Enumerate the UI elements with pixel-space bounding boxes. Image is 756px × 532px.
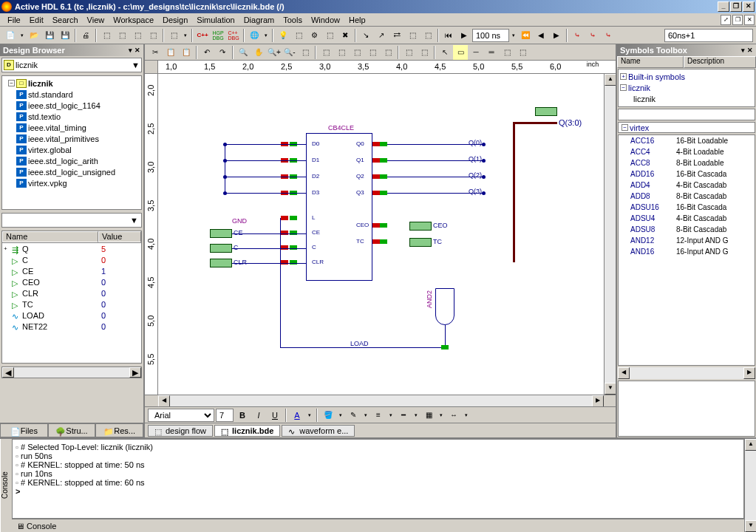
- restore-button[interactable]: ❐: [730, 1, 742, 12]
- menu-diagram[interactable]: Diagram: [239, 15, 279, 25]
- d3-button[interactable]: ⬚: [350, 45, 364, 60]
- tbx1-button[interactable]: ⬚: [291, 28, 306, 43]
- hatch-button[interactable]: ▦: [421, 408, 436, 423]
- console-tab-button[interactable]: 🖥 Console: [12, 522, 61, 531]
- symbol-item-ACC8[interactable]: ACC88-Bit Loadable: [619, 157, 755, 168]
- stepfwd-button[interactable]: ▶: [549, 28, 564, 43]
- port-out-q-bus[interactable]: [535, 107, 557, 116]
- d7-button[interactable]: ⬚: [417, 45, 432, 60]
- canvas-vscroll[interactable]: ▲▼: [604, 74, 616, 395]
- select-button[interactable]: ↖: [437, 45, 452, 60]
- d1-button[interactable]: ⬚: [319, 45, 333, 60]
- signal-row-C[interactable]: ▷C0: [2, 254, 141, 265]
- open-button[interactable]: 📂: [27, 28, 41, 43]
- console-side-tab[interactable]: Console: [0, 439, 12, 532]
- port-out-TC[interactable]: [409, 238, 432, 247]
- stepback-button[interactable]: ◀: [534, 28, 548, 43]
- console-output[interactable]: # Selected Top-Level: licznik (licznik)r…: [12, 439, 744, 519]
- tb-c-button[interactable]: ⬚: [130, 28, 145, 43]
- line-style-button[interactable]: ━: [396, 408, 411, 423]
- symbol-item-ACC16[interactable]: ACC1616-Bit Loadable: [619, 135, 755, 146]
- signal-row-CLR[interactable]: ▷CLR0: [2, 287, 141, 299]
- paste-button[interactable]: 📋: [179, 45, 194, 60]
- menu-view[interactable]: View: [83, 15, 109, 25]
- design-combo[interactable]: D licznik ▼: [1, 58, 142, 72]
- rewind-button[interactable]: ⏪: [518, 28, 533, 43]
- signal-row-CE[interactable]: ▷CE1: [2, 265, 141, 276]
- print-button[interactable]: 🖨: [78, 28, 93, 43]
- menu-simulation[interactable]: Simulation: [192, 15, 239, 25]
- block-drop[interactable]: ▾: [182, 28, 189, 43]
- symbols-filter-input[interactable]: [618, 109, 755, 120]
- menu-edit[interactable]: Edit: [25, 15, 48, 25]
- bulb-button[interactable]: 💡: [276, 28, 290, 43]
- tree-item-ieee-vital_primitives[interactable]: Pieee.vital_primitives: [4, 133, 140, 144]
- d9-button[interactable]: ⬚: [515, 45, 530, 60]
- tree-item-virtex-vpkg[interactable]: Pvirtex.vpkg: [4, 177, 140, 188]
- sym-filter-item[interactable]: licznik: [620, 93, 753, 104]
- zoomin-button[interactable]: 🔍+: [267, 45, 282, 60]
- trace1-button[interactable]: ⤷: [570, 28, 585, 43]
- dbg2-button[interactable]: C++DBG: [226, 28, 241, 43]
- tab-waveform[interactable]: ∿waveform e...: [282, 425, 355, 437]
- sim4-button[interactable]: ⬚: [405, 28, 420, 43]
- tab-resources[interactable]: 📁Res...: [95, 423, 143, 437]
- mdi-restore-icon[interactable]: ❐: [732, 15, 743, 25]
- tree-item-ieee-vital_timing[interactable]: Pieee.vital_timing: [4, 122, 140, 133]
- run-button[interactable]: ▶: [457, 28, 471, 43]
- tree-item-std-standard[interactable]: Pstd.standard: [4, 89, 140, 100]
- symbols-hscroll[interactable]: ◀▶: [618, 367, 755, 379]
- pan-button[interactable]: ✋: [251, 45, 266, 60]
- tbx4-button[interactable]: ✖: [338, 28, 353, 43]
- dbg1-button[interactable]: HGPDBG: [211, 28, 225, 43]
- save-button[interactable]: 💾: [42, 28, 57, 43]
- tb-a-button[interactable]: ⬚: [99, 28, 114, 43]
- tb-b-button[interactable]: ⬚: [115, 28, 129, 43]
- globe-button[interactable]: 🌐: [247, 28, 262, 43]
- symbols-tree[interactable]: +Built-in symbols −licznik licznik: [618, 69, 755, 107]
- sim1-button[interactable]: ↘: [358, 28, 373, 43]
- sim2-button[interactable]: ↗: [374, 28, 389, 43]
- symbol-item-ADSU8[interactable]: ADSU88-Bit Cascadab: [619, 224, 755, 235]
- copy-button[interactable]: 📋: [163, 45, 178, 60]
- underline-button[interactable]: U: [268, 408, 282, 423]
- zfit-button[interactable]: ⬚: [298, 45, 313, 60]
- rect-button[interactable]: ▭: [453, 45, 468, 60]
- d2-button[interactable]: ⬚: [334, 45, 349, 60]
- signal-combo[interactable]: ▼: [1, 213, 142, 228]
- bus-button[interactable]: ═: [484, 45, 499, 60]
- sim5-button[interactable]: ⬚: [420, 28, 435, 43]
- redo-button[interactable]: ↷: [215, 45, 230, 60]
- font-size-input[interactable]: [216, 409, 234, 422]
- signal-row-Q[interactable]: +⇶Q5: [2, 243, 141, 254]
- left-hscroll[interactable]: ◀▶: [1, 366, 142, 378]
- tab-structure[interactable]: 🌳Stru...: [48, 423, 96, 437]
- globe-drop[interactable]: ▾: [262, 28, 270, 43]
- symbol-item-ADD8[interactable]: ADD88-Bit Cascadab: [619, 191, 755, 202]
- d8-button[interactable]: ⬚: [500, 45, 514, 60]
- line-color-button[interactable]: ✎: [346, 408, 361, 423]
- time-input[interactable]: [472, 29, 509, 42]
- italic-button[interactable]: I: [251, 408, 266, 423]
- panel-close-icon[interactable]: ▾ ✕: [741, 47, 753, 54]
- arrow-button[interactable]: ↔: [446, 408, 461, 423]
- saveall-button[interactable]: 💾: [58, 28, 72, 43]
- port-in-C[interactable]: [210, 244, 232, 253]
- block-cat-button[interactable]: ⬚: [166, 28, 181, 43]
- symbol-item-AND16[interactable]: AND1616-Input AND G: [619, 246, 755, 257]
- tbx3-button[interactable]: ⬚: [322, 28, 337, 43]
- font-color-button[interactable]: A: [290, 408, 304, 423]
- canvas-hscroll[interactable]: ◀▶: [145, 395, 616, 406]
- sym-cat-virtex[interactable]: −virtex: [618, 122, 755, 133]
- zoom-button[interactable]: 🔍: [236, 45, 251, 60]
- console-vscroll[interactable]: ▲▼: [744, 439, 756, 532]
- tab-licznik-bde[interactable]: ⬚licznik.bde: [214, 425, 280, 437]
- signal-row-TC[interactable]: ▷TC0: [2, 299, 141, 310]
- symbol-item-ADSU16[interactable]: ADSU1616-Bit Cascada: [619, 202, 755, 213]
- symbol-item-ACC4[interactable]: ACC44-Bit Loadable: [619, 146, 755, 157]
- menu-workspace[interactable]: Workspace: [109, 15, 158, 25]
- tab-design-flow[interactable]: ⬚design flow: [148, 425, 213, 437]
- close-button[interactable]: ✕: [743, 1, 755, 12]
- wire-button[interactable]: ─: [469, 45, 483, 60]
- mdi-expand-icon[interactable]: ⤢: [721, 15, 731, 25]
